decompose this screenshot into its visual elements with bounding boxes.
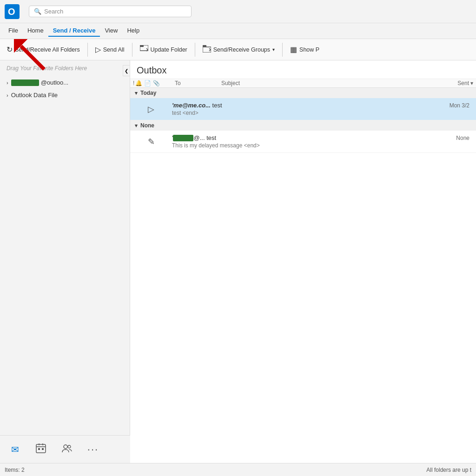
search-icon: 🔍 [34, 8, 41, 15]
col-header-icons: ! 🔔 📄 📎 [130, 80, 172, 86]
ribbon-send-all-label: Send All [103, 46, 125, 53]
ribbon-update-folder[interactable]: Update Folder [136, 43, 191, 56]
outlook-logo: O [5, 4, 20, 19]
svg-rect-11 [38, 448, 40, 450]
ribbon-send-receive-groups-label: Send/Receive Groups [213, 46, 270, 53]
col-header-to: To [172, 80, 218, 86]
email-1-date: Mon 3/2 [450, 102, 469, 109]
svg-point-14 [68, 445, 71, 448]
email-2-preview: This is my delayed message <end> [172, 142, 476, 149]
main-layout: ❮ Drag Your Favorite Folders Here › @out… [0, 60, 476, 463]
calendar-icon [36, 443, 46, 456]
ribbon-send-receive-groups[interactable]: Send/Receive Groups ▾ [199, 43, 278, 56]
search-box[interactable]: 🔍 Search [29, 6, 192, 17]
today-chevron-icon: ▾ [135, 90, 138, 96]
svg-rect-5 [203, 47, 211, 53]
sidebar-drag-hint: Drag Your Favorite Folders Here [0, 60, 130, 76]
people-icon [62, 443, 72, 456]
group-none-label: None [140, 122, 154, 129]
email-2-top: ' @... test None [172, 134, 476, 142]
account-redacted-label [11, 79, 39, 86]
ribbon-send-receive-all[interactable]: ↻ Send/Receive All Folders [3, 43, 84, 56]
menu-bar: File Home Send / Receive View Help [0, 23, 476, 39]
col-header-sent: Sent ▾ [434, 80, 476, 86]
menu-file[interactable]: File [4, 25, 23, 37]
ribbon-send-all[interactable]: ▷ Send All [92, 43, 128, 56]
email-2-sender: ' @... test [172, 134, 216, 142]
ribbon: ↻ Send/Receive All Folders ▷ Send All Up… [0, 39, 476, 60]
svg-rect-12 [42, 448, 44, 450]
content-area: Outbox ! 🔔 📄 📎 To Subject Sent ▾ ▾ Today [130, 60, 476, 463]
nav-calendar[interactable] [33, 441, 49, 458]
bottom-nav: ✉ ··· [0, 435, 130, 463]
data-file-label: Outlook Data File [11, 92, 58, 99]
svg-rect-7 [36, 444, 46, 453]
mail-icon: ✉ [11, 444, 19, 455]
collapse-icon: ❮ [125, 68, 128, 73]
email-list-header: ! 🔔 📄 📎 To Subject Sent ▾ [130, 79, 476, 88]
nav-mail[interactable]: ✉ [7, 441, 23, 458]
status-sync-status: All folders are up t [426, 467, 471, 473]
show-progress-icon: ▦ [290, 45, 297, 54]
email-row-2[interactable]: ✎ ' @... test None This is my delayed me… [130, 131, 476, 153]
sidebar-account-item[interactable]: › @outloo... [0, 76, 130, 89]
group-today-label: Today [140, 90, 156, 96]
send-all-icon: ▷ [95, 45, 101, 54]
menu-send-receive[interactable]: Send / Receive [48, 25, 100, 37]
ribbon-update-folder-label: Update Folder [151, 46, 187, 53]
account-label: @outloo... [41, 79, 68, 86]
ribbon-send-receive-all-label: Send/Receive All Folders [15, 46, 80, 53]
email-1-send-icon: ▷ [148, 104, 154, 114]
ribbon-show-progress[interactable]: ▦ Show P [286, 43, 323, 56]
sidebar-data-file-item[interactable]: › Outlook Data File [0, 89, 130, 101]
menu-home[interactable]: Home [23, 25, 48, 37]
status-bar: Items: 2 All folders are up t [0, 463, 476, 476]
menu-help[interactable]: Help [122, 25, 144, 37]
sidebar: ❮ Drag Your Favorite Folders Here › @out… [0, 60, 130, 463]
ribbon-sep-4 [282, 43, 283, 57]
sent-sort-icon: ▾ [470, 80, 473, 86]
title-bar: O 🔍 Search [0, 0, 476, 23]
email-1-content: 'me@me.co... test Mon 3/2 test <end> [172, 102, 476, 116]
ribbon-sep-1 [87, 43, 88, 57]
dropdown-chevron-icon: ▾ [272, 47, 275, 52]
svg-point-13 [64, 445, 67, 449]
group-header-today[interactable]: ▾ Today [130, 88, 476, 98]
outbox-title: Outbox [130, 60, 476, 79]
nav-more[interactable]: ··· [85, 441, 101, 458]
data-file-chevron-icon: › [7, 93, 8, 98]
email-row-1[interactable]: ▷ 'me@me.co... test Mon 3/2 test <end> [130, 98, 476, 120]
email-1-sender: 'me@me.co... test [172, 102, 222, 109]
email-2-date: None [456, 135, 469, 141]
group-header-none[interactable]: ▾ None [130, 120, 476, 131]
account-chevron-icon: › [7, 80, 8, 86]
svg-text:O: O [8, 7, 15, 17]
email-1-icon: ▷ [130, 104, 172, 114]
menu-view[interactable]: View [100, 25, 122, 37]
email-1-preview: test <end> [172, 110, 476, 116]
nav-people[interactable] [59, 441, 75, 458]
email-1-top: 'me@me.co... test Mon 3/2 [172, 102, 476, 109]
email-2-content: ' @... test None This is my delayed mess… [172, 134, 476, 149]
search-placeholder: Search [44, 8, 63, 15]
update-folder-icon [140, 45, 148, 54]
none-chevron-icon: ▾ [135, 123, 138, 129]
send-receive-groups-icon [203, 45, 211, 54]
sidebar-collapse-button[interactable]: ❮ [123, 65, 130, 76]
ribbon-show-progress-label: Show P [299, 46, 319, 53]
status-items-count: Items: 2 [5, 467, 25, 473]
ribbon-sep-3 [195, 43, 195, 57]
send-receive-all-icon: ↻ [7, 45, 13, 54]
email-2-edit-icon: ✎ [148, 137, 155, 147]
more-icon: ··· [87, 443, 99, 456]
col-header-subject: Subject [218, 80, 434, 86]
email-2-icon: ✎ [130, 137, 172, 147]
ribbon-sep-2 [132, 43, 132, 57]
